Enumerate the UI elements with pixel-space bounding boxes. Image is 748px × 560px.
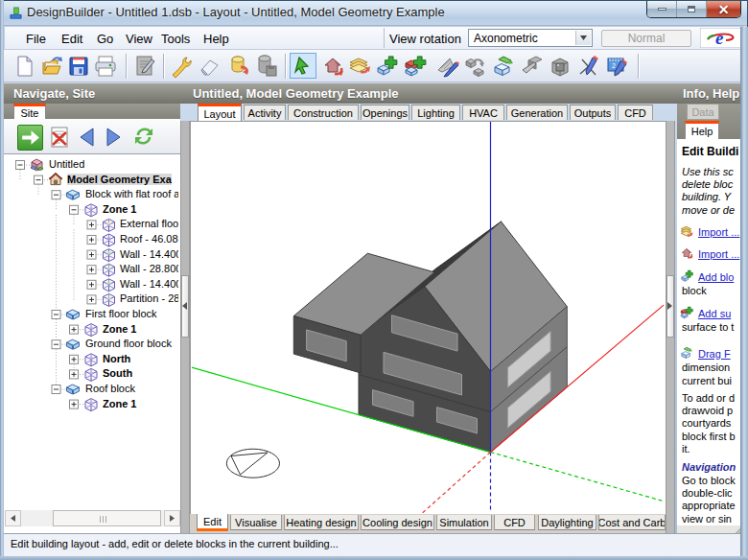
svg-text:2: 2 [612, 62, 616, 69]
svg-text:e: e [715, 28, 724, 48]
